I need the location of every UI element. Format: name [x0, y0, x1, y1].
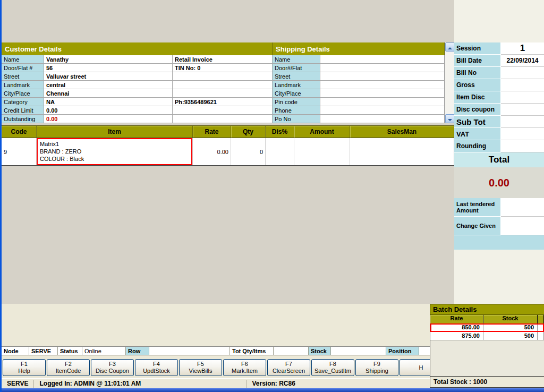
- customer-label: City/Place: [2, 89, 44, 98]
- customer-extra[interactable]: Ph:9356489621: [173, 98, 273, 106]
- f7-clearscreen-button[interactable]: F7ClearScreen: [267, 359, 310, 376]
- batch-details-panel: Batch Details Rate Stock 850.00 500 875.…: [430, 304, 544, 388]
- bill-summary-panel: Session 1 Bill Date 22/09/2014 Bill No G…: [454, 42, 544, 250]
- shipping-value[interactable]: [320, 55, 445, 64]
- status-status-label: Status: [58, 347, 82, 355]
- summary-label: VAT: [454, 128, 501, 140]
- customer-label: Name: [2, 55, 44, 64]
- customer-value[interactable]: 0.00: [44, 106, 173, 115]
- shipping-label: Street: [273, 72, 320, 81]
- session-value: 1: [501, 42, 544, 55]
- f2-itemcode-button[interactable]: F2ItemCode: [47, 359, 90, 376]
- footer-node: SERVE: [2, 380, 34, 388]
- status-online-value: Online: [82, 347, 126, 355]
- shipping-details-grid: Name Door#/Flat Street Landmark City/Pla…: [273, 55, 445, 123]
- shipping-value[interactable]: [320, 81, 445, 89]
- shipping-label: Door#/Flat: [273, 64, 320, 72]
- shipping-value[interactable]: [320, 72, 445, 81]
- customer-label: Credit Limit: [2, 106, 44, 115]
- shipping-label: City/Place: [273, 89, 320, 98]
- summary-label: Session: [454, 42, 501, 55]
- f1-help-button[interactable]: F1Help: [3, 359, 46, 376]
- details-scrollbar[interactable]: [445, 42, 454, 123]
- batch-column-headers: Rate Stock: [430, 315, 544, 323]
- status-node-value: SERVE: [29, 347, 58, 355]
- f3-disc-coupon-button[interactable]: F3Disc Coupon: [91, 359, 134, 376]
- batch-stock: 500: [483, 332, 538, 340]
- col-amount: Amount: [294, 126, 350, 138]
- item-code-cell[interactable]: 9: [2, 138, 37, 165]
- summary-label: Bill Date: [454, 55, 501, 67]
- customer-extra[interactable]: TIN No: 0: [173, 64, 273, 72]
- app-window: R RayMedi RPOS 7 - [bill entry screen] C…: [0, 0, 544, 392]
- status-stock-value: [331, 347, 386, 355]
- customer-value[interactable]: central: [44, 81, 173, 89]
- col-qty: Qty: [231, 126, 266, 138]
- customer-value[interactable]: Valluvar street: [44, 72, 173, 81]
- item-dis-cell[interactable]: [266, 138, 294, 165]
- item-description-cell[interactable]: Matrix1 BRAND : ZERO COLOUR : Black: [37, 138, 192, 165]
- vat-value: [501, 128, 544, 140]
- item-amount-cell[interactable]: [294, 138, 350, 165]
- summary-filler: [454, 235, 544, 250]
- item-qty-cell[interactable]: 0: [231, 138, 266, 165]
- customer-label: Landmark: [2, 81, 44, 89]
- batch-rate: 850.00: [430, 323, 483, 331]
- customer-label: Outstanding: [2, 115, 44, 123]
- sub-tot-value: [501, 116, 544, 128]
- shipping-value[interactable]: [320, 106, 445, 115]
- status-totqty-label: Tot Qty/Itms: [230, 347, 274, 355]
- f8-save-custitm-button[interactable]: F8Save_CustItm: [311, 359, 354, 376]
- shipping-label: Landmark: [273, 81, 320, 89]
- shipping-value[interactable]: [320, 115, 445, 123]
- f6-mark-item-button[interactable]: F6Mark.Item: [223, 359, 266, 376]
- customer-value[interactable]: Chennai: [44, 89, 173, 98]
- batch-col-rate: Rate: [430, 315, 483, 323]
- shipping-value[interactable]: [320, 98, 445, 106]
- item-salesman-cell[interactable]: [350, 138, 454, 165]
- customer-extra[interactable]: [173, 115, 273, 123]
- scroll-down-icon[interactable]: [445, 114, 455, 123]
- shipping-details-header: Shipping Details: [273, 42, 445, 55]
- customer-extra[interactable]: [173, 106, 273, 115]
- shipping-label: Po No: [273, 115, 320, 123]
- status-position-label: Position: [386, 347, 419, 355]
- window-bottom-edge: [2, 388, 544, 392]
- customer-value[interactable]: NA: [44, 98, 173, 106]
- status-totqty-value: [274, 347, 309, 355]
- items-table-header: Code Item Rate Qty Dis% Amount SalesMan: [2, 125, 454, 138]
- batch-row[interactable]: 875.00 500: [430, 332, 544, 340]
- shipping-value[interactable]: [320, 64, 445, 72]
- scroll-up-icon[interactable]: [445, 42, 455, 52]
- shipping-label: Phone: [273, 106, 320, 115]
- customer-extra[interactable]: [173, 81, 273, 89]
- customer-extra[interactable]: [173, 89, 273, 98]
- rounding-value: [501, 140, 544, 152]
- item-rate-cell[interactable]: 0.00: [193, 138, 231, 165]
- bill-no-value: [501, 67, 544, 79]
- batch-details-header: Batch Details: [430, 304, 544, 315]
- customer-extra[interactable]: [173, 72, 273, 81]
- summary-label: Sub Tot: [454, 116, 501, 128]
- shipping-value[interactable]: [320, 89, 445, 98]
- gross-value: [501, 79, 544, 91]
- customer-extra[interactable]: Retail Invoice: [173, 55, 273, 64]
- customer-label: Door/Flat #: [2, 64, 44, 72]
- table-row[interactable]: 9 Matrix1 BRAND : ZERO COLOUR : Black 0.…: [2, 138, 454, 166]
- f9-shipping-button[interactable]: F9Shipping: [355, 359, 398, 376]
- customer-label: Street: [2, 72, 44, 81]
- batch-row-selected[interactable]: 850.00 500: [430, 323, 544, 332]
- col-item: Item: [37, 126, 193, 138]
- f5-viewbills-button[interactable]: F5ViewBills: [179, 359, 222, 376]
- summary-label: Gross: [454, 79, 501, 91]
- change-given-label: Change Given: [454, 217, 501, 235]
- batch-stock: 500: [483, 323, 538, 331]
- customer-outstanding-value[interactable]: 0.00: [44, 115, 173, 123]
- last-tendered-label: Last tendered Amount: [454, 198, 501, 217]
- last-tendered-value: [501, 198, 544, 217]
- f4-updtstock-button[interactable]: F4UpdtStock: [135, 359, 178, 376]
- summary-label: Bill No: [454, 67, 501, 79]
- shipping-label: Pin code: [273, 98, 320, 106]
- customer-value[interactable]: Vanathy: [44, 55, 173, 64]
- customer-value[interactable]: 56: [44, 64, 173, 72]
